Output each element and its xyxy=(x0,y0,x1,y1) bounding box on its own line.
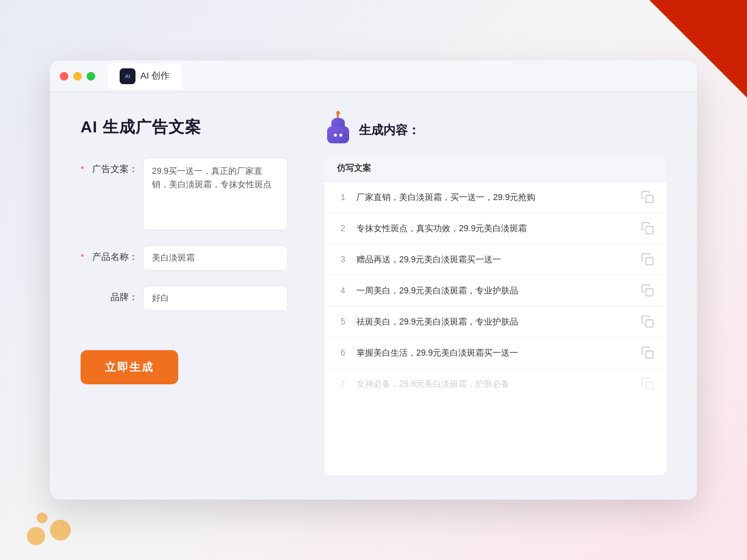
copy-icon[interactable] xyxy=(641,253,654,266)
row-text: 厂家直销，美白淡斑霜，买一送一，29.9元抢购 xyxy=(356,191,633,204)
row-num: 4 xyxy=(337,285,349,295)
titlebar: AI 创作 xyxy=(50,60,697,92)
bot-eye-left xyxy=(334,134,337,137)
ad-copy-group: * 广告文案： 29.9买一送一，真正的厂家直销，美白淡斑霜，专抹女性斑点 xyxy=(81,157,288,231)
page-title: AI 生成广告文案 xyxy=(81,117,288,138)
svg-rect-5 xyxy=(646,351,653,358)
close-button[interactable] xyxy=(60,72,68,81)
bot-body xyxy=(327,126,349,143)
ai-tab[interactable]: AI 创作 xyxy=(107,63,182,89)
row-num: 6 xyxy=(337,348,349,357)
row-num: 5 xyxy=(337,317,349,326)
ad-copy-label: 广告文案： xyxy=(89,157,138,175)
row-text: 一周美白，29.9元美白淡斑霜，专业护肤品 xyxy=(356,284,633,297)
row-num: 2 xyxy=(337,223,349,233)
minimize-button[interactable] xyxy=(73,72,82,81)
table-row: 7 女神必备，29.9元美白淡斑霜，护肤必备 xyxy=(325,368,666,399)
result-header: 生成内容： xyxy=(325,117,666,143)
bot-icon xyxy=(325,117,352,143)
copy-icon[interactable] xyxy=(641,221,654,235)
tab-label: AI 创作 xyxy=(140,70,170,82)
maximize-button[interactable] xyxy=(87,72,95,81)
product-name-label: 产品名称： xyxy=(89,245,138,263)
copy-icon[interactable] xyxy=(641,315,654,328)
left-panel: AI 生成广告文案 * 广告文案： 29.9买一送一，真正的厂家直销，美白淡斑霜… xyxy=(81,117,288,475)
ad-copy-input[interactable]: 29.9买一送一，真正的厂家直销，美白淡斑霜，专抹女性斑点 xyxy=(143,157,288,231)
row-text: 祛斑美白，29.9元美白淡斑霜，专业护肤品 xyxy=(356,315,633,328)
product-name-group: * 产品名称： xyxy=(81,245,288,271)
copy-icon[interactable] xyxy=(641,190,654,204)
product-name-input[interactable] xyxy=(143,245,288,271)
svg-rect-0 xyxy=(646,195,653,203)
brand-input[interactable] xyxy=(143,285,288,311)
copy-icon[interactable] xyxy=(641,284,654,297)
row-text: 专抹女性斑点，真实功效，29.9元美白淡斑霜 xyxy=(356,222,633,235)
bot-eye-right xyxy=(339,134,342,137)
table-row: 3 赠品再送，29.9元美白淡斑霜买一送一 xyxy=(325,244,666,275)
result-title: 生成内容： xyxy=(359,122,420,138)
table-row: 1 厂家直销，美白淡斑霜，买一送一，29.9元抢购 xyxy=(325,182,666,213)
ai-logo-icon xyxy=(120,68,135,84)
required-star-ad: * xyxy=(81,157,84,174)
svg-rect-3 xyxy=(646,289,653,296)
row-text: 赠品再送，29.9元美白淡斑霜买一送一 xyxy=(356,253,633,266)
generate-button[interactable]: 立即生成 xyxy=(81,350,178,384)
row-num: 1 xyxy=(337,192,349,202)
table-row: 4 一周美白，29.9元美白淡斑霜，专业护肤品 xyxy=(325,275,666,306)
right-panel: 生成内容： 仿写文案 1 厂家直销，美白淡斑霜，买一送一，29.9元抢购 2 专… xyxy=(325,117,666,475)
row-text: 女神必备，29.9元美白淡斑霜，护肤必备 xyxy=(356,378,633,390)
brand-label: 品牌： xyxy=(89,285,138,303)
table-column-header: 仿写文案 xyxy=(325,156,666,182)
result-table: 仿写文案 1 厂家直销，美白淡斑霜，买一送一，29.9元抢购 2 专抹女性斑点，… xyxy=(325,156,666,475)
row-num: 7 xyxy=(337,379,349,389)
svg-rect-4 xyxy=(646,320,653,327)
table-row: 2 专抹女性斑点，真实功效，29.9元美白淡斑霜 xyxy=(325,213,666,244)
svg-rect-1 xyxy=(646,226,653,234)
svg-rect-2 xyxy=(646,257,653,265)
required-star-product: * xyxy=(81,245,84,262)
row-num: 3 xyxy=(337,254,349,264)
app-window: AI 创作 AI 生成广告文案 * 广告文案： 29.9买一送一，真正的厂家直销… xyxy=(50,60,697,500)
row-text: 掌握美白生活，29.9元美白淡斑霜买一送一 xyxy=(356,346,633,359)
copy-icon[interactable] xyxy=(641,377,654,390)
copy-icon[interactable] xyxy=(641,346,654,359)
table-row: 6 掌握美白生活，29.9元美白淡斑霜买一送一 xyxy=(325,337,666,368)
table-row: 5 祛斑美白，29.9元美白淡斑霜，专业护肤品 xyxy=(325,306,666,337)
main-content: AI 生成广告文案 * 广告文案： 29.9买一送一，真正的厂家直销，美白淡斑霜… xyxy=(50,92,697,500)
svg-rect-6 xyxy=(646,382,653,389)
brand-group: * 品牌： xyxy=(81,285,288,311)
traffic-lights xyxy=(60,72,95,81)
